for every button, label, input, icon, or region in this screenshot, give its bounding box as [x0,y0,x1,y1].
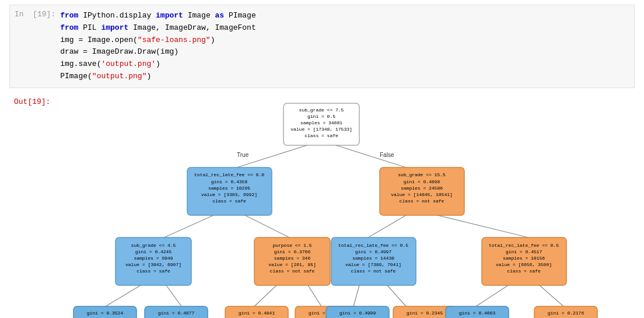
svg-text:gini = 0.4358: gini = 0.4358 [211,179,248,184]
svg-text:gini = 0.4898: gini = 0.4898 [404,179,440,184]
svg-text:class = not safe: class = not safe [400,198,444,204]
svg-text:class = not safe: class = not safe [351,268,396,274]
svg-text:class = safe: class = safe [304,133,338,138]
svg-text:value = [3303, 6992]: value = [3303, 6992] [201,192,257,197]
svg-text:samples = 10295: samples = 10295 [208,186,250,191]
svg-text:gini = 0.4603: gini = 0.4603 [459,310,496,316]
svg-text:gini = 0.3706: gini = 0.3706 [274,249,311,254]
svg-text:class = safe: class = safe [507,268,541,274]
svg-text:samples = 34881: samples = 34881 [300,120,342,125]
svg-line-22 [438,215,528,237]
svg-text:gini = 0.2176: gini = 0.2176 [548,310,584,316]
code-block: from IPython.display import Image as PIm… [60,10,634,83]
svg-text:gini = 0.3524: gini = 0.3524 [87,310,124,316]
svg-line-20 [245,215,289,237]
svg-line-43 [106,285,141,306]
svg-text:value = [7389, 7041]: value = [7389, 7041] [345,262,401,267]
svg-text:gini = 0.4517: gini = 0.4517 [506,249,542,254]
code-line-4: draw = ImageDraw.Draw(img) [60,46,634,58]
svg-text:purpose <= 1.5: purpose <= 1.5 [272,243,312,248]
tree-container: sub_grade <= 7.5 gini = 0.5 samples = 34… [56,97,635,318]
svg-text:samples = 24586: samples = 24586 [401,186,443,191]
code-line-5: img.save('output.png') [60,58,634,71]
svg-text:samples = 346: samples = 346 [274,256,311,261]
svg-text:samples = 9949: samples = 9949 [134,256,173,261]
svg-text:class = not safe: class = not safe [270,268,315,274]
svg-line-45 [254,285,276,306]
svg-line-50 [540,285,564,306]
svg-text:False: False [380,152,394,158]
svg-text:gini = 0.4841: gini = 0.4841 [239,310,275,316]
svg-text:sub_grade <= 7.5: sub_grade <= 7.5 [299,107,344,113]
svg-text:gini = 0.4999: gini = 0.4999 [340,310,376,316]
code-line-6: PImage("output.png") [60,71,634,83]
svg-line-46 [308,285,321,306]
svg-text:class = safe: class = safe [212,198,246,204]
svg-line-44 [166,285,181,306]
svg-text:class = safe: class = safe [136,268,170,274]
svg-text:True: True [237,152,249,158]
code-line-3: img = Image.open("safe-loans.png") [60,34,634,47]
svg-line-19 [164,215,214,237]
svg-text:total_rec_late_fee <= 0.5: total_rec_late_fee <= 0.5 [489,243,559,248]
svg-text:gini = 0.2345: gini = 0.2345 [407,310,443,316]
svg-text:total_rec_late_fee <= 0.5: total_rec_late_fee <= 0.5 [338,243,408,248]
code-line-1: from IPython.display import Image as PIm… [60,10,634,22]
output-label: Out[19]: [9,97,56,106]
svg-line-8 [336,145,406,167]
svg-text:value = [261, 85]: value = [261, 85] [268,262,316,267]
output-area: Out[19]: sub_grade <= 7.5 gini = 0.5 sam… [9,93,635,318]
tree-svg: sub_grade <= 7.5 gini = 0.5 samples = 34… [56,97,635,318]
svg-text:gini = 0.5: gini = 0.5 [307,114,335,119]
svg-text:sub_grade <= 4.5: sub_grade <= 4.5 [131,243,176,248]
svg-text:samples = 14430: samples = 14430 [352,256,394,261]
notebook-cell: In [19]: from IPython.display import Ima… [0,0,644,318]
svg-text:value = [17348, 17533]: value = [17348, 17533] [290,127,352,132]
svg-text:value = [6656, 3500]: value = [6656, 3500] [496,262,552,267]
svg-line-48 [387,285,406,306]
svg-text:value = [3042, 6907]: value = [3042, 6907] [125,262,181,267]
svg-text:total_rec_late_fee <= 9.0: total_rec_late_fee <= 9.0 [194,172,264,177]
code-line-2: from PIL import Image, ImageDraw, ImageF… [60,22,634,34]
svg-text:gini = 0.4677: gini = 0.4677 [158,310,195,316]
svg-text:gini = 0.4997: gini = 0.4997 [355,249,392,254]
input-label: In [19]: [10,10,60,19]
svg-text:gini = 0.4245: gini = 0.4245 [135,249,172,254]
input-area: In [19]: from IPython.display import Ima… [9,5,635,88]
svg-line-49 [476,285,508,306]
svg-line-21 [368,215,406,237]
svg-text:samples = 10156: samples = 10156 [503,256,545,261]
svg-line-47 [354,285,359,306]
svg-text:value = [14045, 10541]: value = [14045, 10541] [391,192,453,197]
svg-text:sub_grade <= 15.5: sub_grade <= 15.5 [398,172,446,177]
